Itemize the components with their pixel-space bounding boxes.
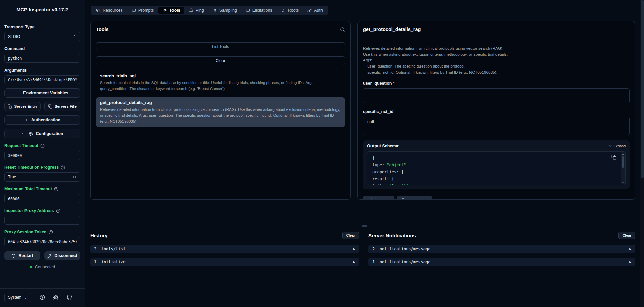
user-question-field[interactable] xyxy=(363,88,630,103)
tab-sampling[interactable]: Sampling xyxy=(209,7,241,14)
select-updown-icon xyxy=(72,35,77,39)
page-scrollbar-thumb[interactable] xyxy=(641,0,644,178)
clear-notifications-button[interactable]: Clear xyxy=(618,232,635,239)
app-title: MCP Inspector v0.17.2 xyxy=(0,0,85,18)
transport-type-label: Transport Type xyxy=(4,25,80,29)
copy-icon xyxy=(401,198,406,200)
command-label: Command xyxy=(4,46,80,51)
reset-timeout-select[interactable]: True xyxy=(4,172,80,182)
run-tool-button[interactable]: Run Tool xyxy=(363,196,394,200)
scroll-down-icon[interactable]: ▼ xyxy=(622,181,624,184)
help-icon[interactable] xyxy=(40,295,45,300)
reset-timeout-label: Reset Timeout on Progress xyxy=(4,165,80,170)
expand-schema-toggle[interactable]: Expand xyxy=(609,144,626,148)
max-timeout-input[interactable] xyxy=(8,196,77,201)
help-icon[interactable] xyxy=(54,187,58,191)
main-area: ResourcesPromptsToolsPingSamplingElicita… xyxy=(85,0,644,307)
tool-description: Retrieves detailed information from clin… xyxy=(363,46,630,75)
expand-arrow-icon: ▶ xyxy=(629,247,632,251)
output-schema-section: Output Schema: Expand { type: "object" p… xyxy=(363,140,630,189)
theme-select[interactable]: System xyxy=(4,293,31,302)
copy-input-button[interactable]: Copy Input xyxy=(397,196,432,200)
clear-history-button[interactable]: Clear xyxy=(342,232,359,239)
gear-icon xyxy=(29,132,33,136)
hammer-icon xyxy=(162,8,167,13)
environment-variables-button[interactable]: Environment Variables xyxy=(4,88,80,98)
configuration-button[interactable]: Configuration xyxy=(4,129,80,138)
panel-resize-handle[interactable] xyxy=(362,225,367,227)
history-panel: History Clear 2. tools/list▶1. initializ… xyxy=(90,232,359,266)
help-icon[interactable] xyxy=(49,230,53,234)
github-icon[interactable] xyxy=(67,295,72,300)
transport-type-value: STDIO xyxy=(8,34,20,39)
schema-code: { type: "object" properties: { result: {… xyxy=(367,152,625,185)
schema-scrollbar[interactable]: ▲ ▼ xyxy=(621,152,625,184)
key-icon xyxy=(307,8,312,13)
specific-nct-id-label: specific_nct_id xyxy=(363,109,630,114)
page-scrollbar[interactable] xyxy=(640,0,644,307)
tool-list: search_trials_sqlSearch for clinical tri… xyxy=(96,71,345,127)
copy-schema-icon[interactable] xyxy=(611,155,616,160)
restart-button[interactable]: Restart xyxy=(4,251,40,260)
clear-tools-button[interactable]: Clear xyxy=(96,56,345,65)
tab-resources[interactable]: Resources xyxy=(92,7,127,14)
proxy-token-input[interactable] xyxy=(8,239,77,244)
chevron-right-icon xyxy=(24,118,28,122)
connection-status: Connected xyxy=(4,265,80,269)
proxy-address-input[interactable] xyxy=(8,218,77,223)
list-tools-button[interactable]: List Tools xyxy=(96,42,345,51)
tool-detail-panel: get_protocol_details_rag Retrieves detai… xyxy=(357,21,635,200)
tab-elicitations[interactable]: Elicitations xyxy=(242,7,277,14)
required-asterisk: * xyxy=(393,81,394,86)
scroll-up-icon[interactable]: ▲ xyxy=(622,152,624,155)
help-icon[interactable] xyxy=(61,165,65,170)
bug-icon[interactable] xyxy=(53,295,58,300)
accordion-row[interactable]: 1. initialize▶ xyxy=(90,258,359,266)
accordion-row[interactable]: 1. notifications/message▶ xyxy=(368,258,635,266)
proxy-token-label: Proxy Session Token xyxy=(4,230,80,234)
chevron-right-icon xyxy=(16,91,20,95)
tool-item-search_trials_sql[interactable]: search_trials_sqlSearch for clinical tri… xyxy=(96,71,345,95)
request-timeout-input[interactable] xyxy=(8,153,77,158)
chevron-down-icon xyxy=(609,144,612,148)
chevron-down-icon xyxy=(21,132,26,136)
server-notifications-title: Server Notifications xyxy=(368,233,416,238)
tab-tools[interactable]: Tools xyxy=(158,7,184,14)
server-entry-button[interactable]: Server Entry xyxy=(4,102,41,111)
expand-arrow-icon: ▶ xyxy=(629,260,632,264)
disconnect-button[interactable]: Disconnect xyxy=(44,251,80,260)
servers-file-button[interactable]: Servers File xyxy=(44,102,81,111)
schema-code-box: { type: "object" properties: { result: {… xyxy=(367,151,626,185)
tool-name: get_protocol_details_rag xyxy=(100,100,341,105)
files-icon xyxy=(96,8,100,13)
request-timeout-label: Request Timeout xyxy=(4,143,80,148)
tool-item-get_protocol_details_rag[interactable]: get_protocol_details_ragRetrieves detail… xyxy=(96,97,345,127)
tab-roots[interactable]: Roots xyxy=(277,7,303,14)
restart-icon xyxy=(11,254,16,258)
help-icon[interactable] xyxy=(40,144,45,148)
tab-auth[interactable]: Auth xyxy=(303,7,327,14)
transport-type-select[interactable]: STDIO xyxy=(4,32,80,41)
panel-divider xyxy=(85,226,644,226)
accordion-row[interactable]: 2. tools/list▶ xyxy=(90,245,359,253)
scrollbar-thumb[interactable] xyxy=(622,156,624,168)
help-icon[interactable] xyxy=(56,209,60,213)
specific-nct-id-field[interactable]: null xyxy=(363,117,630,135)
authentication-button[interactable]: Authentication xyxy=(4,115,80,125)
accordion-row[interactable]: 2. notifications/message▶ xyxy=(368,245,635,253)
command-input[interactable] xyxy=(8,56,77,61)
tool-description: Search for clinical trials in the SQL da… xyxy=(100,80,341,92)
message-icon xyxy=(132,8,136,13)
tree-icon xyxy=(281,8,286,13)
hash-icon xyxy=(213,8,217,13)
tab-prompts[interactable]: Prompts xyxy=(128,7,158,14)
select-updown-icon xyxy=(23,295,28,299)
tools-panel: Tools List Tools Clear search_trials_sql… xyxy=(90,21,351,200)
search-icon[interactable] xyxy=(340,27,345,32)
arguments-input[interactable] xyxy=(8,78,77,82)
copy-icon xyxy=(48,104,52,109)
notification-rows: 2. notifications/message▶1. notification… xyxy=(368,245,635,266)
user-question-label: user_question* xyxy=(363,81,630,86)
tab-ping[interactable]: Ping xyxy=(185,7,208,14)
tab-bar: ResourcesPromptsToolsPingSamplingElicita… xyxy=(91,6,328,15)
